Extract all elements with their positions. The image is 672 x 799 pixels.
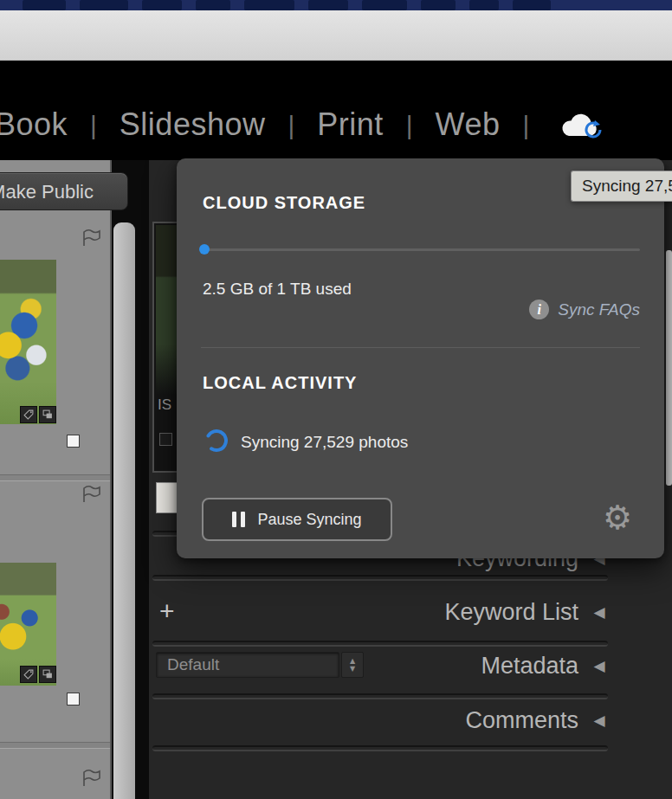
photo-checkbox[interactable] — [67, 435, 80, 448]
preset-stepper[interactable]: ▲ ▼ — [341, 652, 364, 678]
panel-separator — [152, 641, 608, 647]
keyword-badge-icon[interactable] — [20, 406, 37, 423]
menubar-segment — [23, 0, 66, 10]
tab-slideshow[interactable]: Slideshow — [120, 106, 266, 143]
sync-faq-label[interactable]: Sync FAQs — [558, 300, 640, 319]
stepper-up-icon[interactable]: ▲ — [350, 657, 355, 665]
lightroom-window: Book | Slideshow | Print | Web | — [0, 0, 672, 799]
photo-thumbnail[interactable] — [0, 260, 56, 424]
pick-flag-icon[interactable] — [81, 767, 103, 788]
collapse-arrow-icon[interactable]: ◀ — [591, 712, 608, 729]
menubar-segment — [244, 0, 294, 10]
grid-separator — [0, 742, 110, 749]
collection-badge-icon[interactable] — [39, 406, 56, 423]
popup-divider — [201, 347, 640, 348]
pause-button-label: Pause Syncing — [257, 511, 361, 529]
module-separator: | — [406, 111, 413, 143]
menubar-segment — [80, 0, 128, 10]
module-separator: | — [288, 111, 294, 143]
module-separator: | — [90, 111, 97, 143]
thumbnail-grid — [0, 160, 112, 799]
pause-icon — [232, 512, 245, 527]
cloud-sync-icon[interactable] — [560, 112, 605, 143]
desktop-strip — [0, 10, 672, 61]
panel-separator — [152, 575, 608, 581]
pause-syncing-button[interactable]: Pause Syncing — [202, 498, 392, 541]
keyword-badge-icon[interactable] — [20, 666, 37, 683]
menubar-segment — [469, 0, 499, 10]
thumbnail-badges — [20, 666, 56, 683]
sync-spinner-icon — [204, 428, 229, 453]
module-separator: | — [522, 111, 529, 143]
thumbnail-badges — [20, 406, 56, 423]
menubar-segment — [142, 0, 182, 10]
panel-label: Keyword List — [444, 599, 578, 626]
sync-status-text: Syncing 27,529 photos — [241, 433, 408, 452]
menubar-segment — [308, 0, 348, 10]
menubar-segment — [513, 0, 551, 10]
collection-badge-icon[interactable] — [39, 666, 56, 683]
pick-flag-icon[interactable] — [81, 483, 103, 504]
panel-header-keyword-list[interactable]: + Keyword List ◀ — [152, 597, 608, 627]
metadata-preset-dropdown[interactable]: Default — [156, 652, 339, 678]
menubar-segment — [196, 0, 230, 10]
collapse-arrow-icon[interactable]: ◀ — [591, 657, 608, 674]
tab-print[interactable]: Print — [317, 106, 384, 143]
preview-badge-icon — [159, 433, 172, 446]
stepper-down-icon[interactable]: ▼ — [350, 665, 355, 673]
storage-progress-indicator — [199, 244, 210, 255]
preview-info-text: IS — [158, 396, 171, 414]
sync-status-tooltip: Syncing 27,529 photos — [571, 171, 672, 202]
os-menubar — [0, 0, 672, 10]
panel-scrollbar[interactable] — [666, 250, 672, 486]
storage-progress-bar — [203, 248, 640, 251]
local-activity-title: LOCAL ACTIVITY — [203, 373, 357, 393]
panel-separator — [152, 745, 608, 751]
storage-usage-text: 2.5 GB of 1 TB used — [203, 280, 352, 299]
panel-separator — [152, 693, 608, 699]
cloud-sync-popup: CLOUD STORAGE 2.5 GB of 1 TB used i Sync… — [177, 158, 664, 558]
collapse-arrow-icon[interactable]: ◀ — [591, 603, 608, 621]
tab-book[interactable]: Book — [0, 106, 68, 143]
tab-web[interactable]: Web — [436, 106, 501, 143]
grid-scrollbar[interactable] — [113, 222, 135, 799]
grid-separator — [0, 474, 110, 481]
menubar-segment — [421, 0, 456, 10]
panel-label: Metadata — [481, 653, 578, 680]
sync-settings-gear-icon[interactable]: ⚙ — [603, 501, 632, 534]
menubar-segment — [362, 0, 407, 10]
info-icon: i — [529, 300, 549, 319]
photo-checkbox[interactable] — [67, 693, 80, 706]
pick-flag-icon[interactable] — [81, 227, 103, 248]
make-public-button[interactable]: Make Public — [0, 172, 128, 210]
cloud-storage-title: CLOUD STORAGE — [203, 193, 365, 213]
sync-faq-link[interactable]: i Sync FAQs — [529, 300, 640, 319]
module-picker-bar: Book | Slideshow | Print | Web | — [0, 61, 672, 160]
panel-label: Comments — [465, 707, 578, 734]
panel-header-comments[interactable]: Comments ◀ — [152, 706, 608, 735]
add-keyword-icon[interactable]: + — [159, 597, 175, 625]
